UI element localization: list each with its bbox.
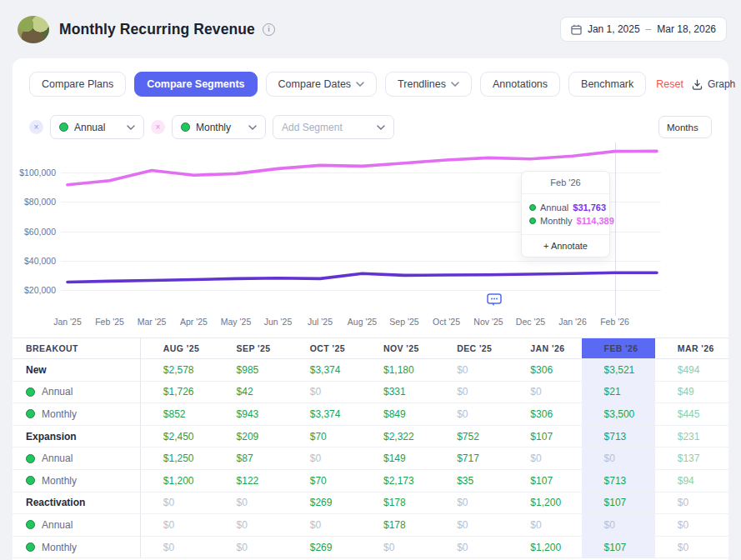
workspace-avatar[interactable] xyxy=(18,16,49,43)
value-cell: $494 xyxy=(655,359,728,382)
sub-row-label: Monthly xyxy=(26,408,140,420)
toolbar-button-compare-dates[interactable]: Compare Dates xyxy=(266,72,378,97)
value-cell: $2,173 xyxy=(361,469,434,492)
chart-tooltip: Feb '26 Annual$31,763Monthly$114,389 + A… xyxy=(521,171,610,258)
value-cell: $269 xyxy=(288,492,361,514)
column-header-dec-25[interactable]: DEC '25 xyxy=(434,338,508,359)
column-header-nov-25[interactable]: NOV '25 xyxy=(361,338,434,359)
column-header-sep-25[interactable]: SEP '25 xyxy=(214,338,288,359)
toolbar-button-label: Trendlines xyxy=(398,78,446,90)
section-label: Expansion xyxy=(26,431,77,442)
table-row-sub-annual: Annual$1,250$87$0$149$717$0$0$137 xyxy=(13,448,728,470)
tooltip-row: Monthly$114,389 xyxy=(529,216,602,226)
series-line-annual[interactable] xyxy=(68,272,657,282)
value-cell: $1,180 xyxy=(361,359,434,382)
row-label: Annual xyxy=(13,514,140,537)
segment-select-annual[interactable]: Annual xyxy=(50,115,144,139)
value-cell: $3,521 xyxy=(582,359,655,382)
value-cell: $0 xyxy=(508,381,581,403)
column-header-jan-26[interactable]: JAN '26 xyxy=(508,338,581,359)
section-label: New xyxy=(26,364,47,376)
value-cell: $1,200 xyxy=(508,492,581,514)
column-header-aug-25[interactable]: AUG '25 xyxy=(140,338,213,359)
value-cell: $49 xyxy=(655,381,728,403)
reset-button[interactable]: Reset xyxy=(656,78,683,90)
segment-dot xyxy=(26,476,35,485)
table-header-row: BREAKOUT AUG '25SEP '25OCT '25NOV '25DEC… xyxy=(13,338,728,359)
value-cell: $3,500 xyxy=(582,403,655,426)
toolbar-buttons: Compare PlansCompare SegmentsCompare Dat… xyxy=(29,72,646,97)
value-cell: $94 xyxy=(655,469,728,492)
view-toggle-label: Graph xyxy=(708,78,735,90)
value-cell: $0 xyxy=(434,492,508,514)
toolbar-button-annotations[interactable]: Annotations xyxy=(480,72,560,97)
segment-dot xyxy=(26,409,35,418)
toolbar-button-compare-segments[interactable]: Compare Segments xyxy=(134,72,257,97)
value-cell: $3,374 xyxy=(288,403,361,426)
export-icon xyxy=(692,79,703,90)
value-cell: $1,200 xyxy=(140,469,213,492)
value-cell: $107 xyxy=(508,425,581,448)
view-toggles: GraphBreakout xyxy=(692,78,741,90)
tooltip-series-label: Annual xyxy=(540,202,568,212)
value-cell: $2,450 xyxy=(140,425,213,448)
tooltip-series-value: $114,389 xyxy=(577,216,614,226)
value-cell: $107 xyxy=(582,492,655,514)
value-cell: $0 xyxy=(655,514,728,537)
annotate-button[interactable]: + Annotate xyxy=(522,234,609,257)
toolbar-button-trendlines[interactable]: Trendlines xyxy=(385,72,472,97)
value-cell: $0 xyxy=(140,492,213,514)
sub-row-label: Annual xyxy=(26,386,140,398)
calendar-icon xyxy=(571,24,582,35)
tooltip-series-dot xyxy=(529,204,536,211)
column-header-mar-26[interactable]: MAR '26 xyxy=(655,338,728,359)
toolbar-button-label: Compare Plans xyxy=(42,78,113,90)
column-header-oct-25[interactable]: OCT '25 xyxy=(288,338,361,359)
chart-plot[interactable] xyxy=(13,139,728,336)
toolbar-button-benchmark[interactable]: Benchmark xyxy=(568,72,646,97)
row-label: Monthly xyxy=(13,403,140,426)
segment-select-monthly[interactable]: Monthly xyxy=(172,115,266,139)
value-cell: $849 xyxy=(361,403,434,426)
add-segment-select[interactable]: Add Segment xyxy=(273,115,394,139)
segment-label: Annual xyxy=(74,122,105,133)
segment-dot xyxy=(26,454,35,463)
table-row-sub-annual: Annual$1,726$42$0$331$0$0$21$49 xyxy=(13,381,728,403)
column-header-feb-26[interactable]: FEB '26 xyxy=(582,338,655,359)
info-icon[interactable]: i xyxy=(263,23,275,36)
row-label: New xyxy=(13,359,140,382)
sub-row-label: Monthly xyxy=(26,542,140,553)
revenue-chart[interactable]: $100,000$80,000$60,000$40,000$20,000 Feb… xyxy=(13,139,728,336)
value-cell: $1,250 xyxy=(140,448,213,470)
table-row-section-expansion: Expansion$2,450$209$70$2,322$752$107$713… xyxy=(13,425,728,448)
date-range-picker[interactable]: Jan 1, 2025 – Mar 18, 2026 xyxy=(560,17,727,42)
graph-toggle[interactable]: Graph xyxy=(692,78,735,90)
value-cell: $2,578 xyxy=(140,359,213,382)
value-cell: $0 xyxy=(288,381,361,403)
value-cell: $713 xyxy=(582,469,655,492)
interval-select[interactable]: Months xyxy=(658,116,712,138)
value-cell: $0 xyxy=(582,448,655,470)
chevron-down-icon xyxy=(377,125,385,130)
value-cell: $107 xyxy=(508,469,581,492)
toolbar-button-label: Compare Segments xyxy=(147,78,244,90)
value-cell: $445 xyxy=(655,403,728,426)
page-title: Monthly Recurring Revenue xyxy=(59,21,255,38)
remove-segment-annual-button[interactable]: × xyxy=(29,120,43,134)
value-cell: $3,374 xyxy=(288,359,361,382)
row-label: Monthly xyxy=(13,536,140,558)
value-cell: $209 xyxy=(214,425,288,448)
annotation-comment-icon[interactable] xyxy=(487,293,503,310)
toolbar-button-label: Benchmark xyxy=(581,78,633,90)
value-cell: $269 xyxy=(288,536,361,558)
remove-segment-monthly-button[interactable]: × xyxy=(151,120,165,134)
toolbar-button-compare-plans[interactable]: Compare Plans xyxy=(29,72,126,97)
value-cell: $1,200 xyxy=(508,536,581,558)
value-cell: $87 xyxy=(214,448,288,470)
row-label: Monthly xyxy=(13,469,140,492)
value-cell: $0 xyxy=(288,514,361,537)
tooltip-title: Feb '26 xyxy=(522,172,609,194)
app-header: Monthly Recurring Revenue i Jan 1, 2025 … xyxy=(0,0,741,58)
value-cell: $21 xyxy=(582,381,655,403)
sub-row-label: Monthly xyxy=(26,475,140,487)
